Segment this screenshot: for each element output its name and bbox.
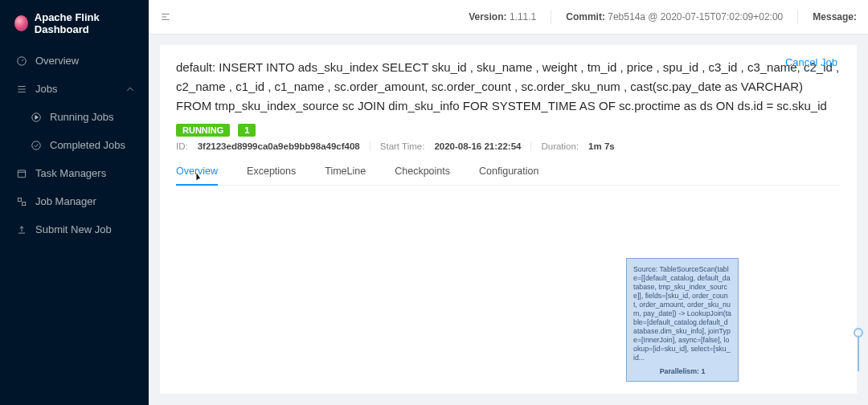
- duration-value: 1m 7s: [588, 141, 615, 151]
- sidebar-item-completed-jobs[interactable]: Completed Jobs: [0, 131, 149, 159]
- divider: [797, 10, 798, 24]
- message-label: Message:: [813, 11, 857, 22]
- svg-rect-4: [18, 198, 21, 201]
- zoom-ring-icon: [854, 328, 863, 338]
- svg-point-2: [32, 141, 41, 149]
- topbar: Version: 1.11.1 Commit: 7eb514a @ 2020-0…: [149, 0, 868, 34]
- play-circle-icon: [31, 112, 42, 123]
- tab-overview[interactable]: Overview: [176, 159, 218, 185]
- main: Version: 1.11.1 Commit: 7eb514a @ 2020-0…: [149, 0, 868, 405]
- brand: Apache Flink Dashboard: [0, 0, 149, 47]
- start-time-value: 2020-08-16 21:22:54: [434, 141, 521, 151]
- sidebar-item-label: Running Jobs: [50, 111, 114, 123]
- sidebar-item-label: Overview: [35, 55, 79, 67]
- sidebar-item-label: Jobs: [35, 83, 57, 95]
- upload-icon: [16, 224, 27, 235]
- zoom-stem: [858, 338, 859, 371]
- job-title: default: INSERT INTO ads_sku_index SELEC…: [176, 58, 841, 116]
- commit-label: Commit:: [566, 11, 605, 22]
- duration-label: Duration:: [541, 141, 579, 151]
- job-graph[interactable]: Source: TableSourceScan(table=[[default_…: [176, 186, 841, 394]
- svg-rect-5: [23, 202, 26, 205]
- tab-configuration[interactable]: Configuration: [479, 159, 538, 185]
- flink-logo-icon: [14, 15, 28, 31]
- dashboard-icon: [16, 55, 27, 67]
- version-value: 1.11.1: [510, 11, 536, 22]
- divider: [530, 141, 531, 151]
- graph-node-description: Source: TableSourceScan(table=[[default_…: [633, 265, 731, 362]
- topbar-meta: Version: 1.11.1 Commit: 7eb514a @ 2020-0…: [469, 10, 857, 24]
- build-icon: [16, 196, 27, 207]
- id-label: ID:: [176, 141, 188, 151]
- status-badge: RUNNING: [176, 124, 230, 137]
- check-circle-icon: [31, 140, 42, 151]
- start-time-label: Start Time:: [380, 141, 425, 151]
- sidebar-item-job-manager[interactable]: Job Manager: [0, 187, 149, 215]
- divider: [370, 141, 371, 151]
- sidebar-item-label: Completed Jobs: [50, 139, 125, 151]
- divider: [551, 10, 551, 24]
- tab-checkpoints[interactable]: Checkpoints: [395, 159, 450, 185]
- bars-icon: [16, 84, 27, 95]
- info-row: ID: 3f2123ed8999ca0a9eb9bb98a49cf408 Sta…: [176, 141, 841, 151]
- version-label: Version:: [469, 11, 506, 22]
- graph-node-parallelism: Parallelism: 1: [633, 367, 731, 376]
- chevron-up-icon: [125, 84, 136, 95]
- tab-exceptions[interactable]: Exceptions: [247, 159, 296, 185]
- job-card: default: INSERT INTO ads_sku_index SELEC…: [160, 45, 857, 394]
- sidebar-item-label: Task Managers: [35, 167, 106, 179]
- menu-fold-icon[interactable]: [160, 11, 171, 22]
- zoom-handle[interactable]: [854, 328, 863, 371]
- cancel-job-link[interactable]: Cancel Job: [785, 56, 837, 68]
- brand-title: Apache Flink Dashboard: [35, 11, 137, 35]
- svg-rect-3: [18, 170, 25, 177]
- sidebar-item-submit-new-job[interactable]: Submit New Job: [0, 215, 149, 243]
- sidebar-item-overview[interactable]: Overview: [0, 47, 149, 75]
- sidebar-item-label: Job Manager: [35, 195, 96, 207]
- schedule-icon: [16, 168, 27, 179]
- sidebar-item-jobs[interactable]: Jobs: [0, 75, 149, 103]
- sidebar-item-running-jobs[interactable]: Running Jobs: [0, 103, 149, 131]
- graph-node[interactable]: Source: TableSourceScan(table=[[default_…: [626, 258, 739, 382]
- tabs: Overview Exceptions TimeLine Checkpoints…: [176, 159, 841, 186]
- status-count-badge: 1: [238, 124, 256, 137]
- commit-value: 7eb514a @ 2020-07-15T07:02:09+02:00: [608, 11, 783, 22]
- sidebar-item-task-managers[interactable]: Task Managers: [0, 159, 149, 187]
- sidebar-menu: Overview Jobs Running Jobs Completed Job…: [0, 47, 149, 243]
- sidebar-item-label: Submit New Job: [35, 223, 112, 235]
- tab-timeline[interactable]: TimeLine: [325, 159, 366, 185]
- sidebar: Apache Flink Dashboard Overview Jobs Run…: [0, 0, 149, 405]
- id-value: 3f2123ed8999ca0a9eb9bb98a49cf408: [198, 141, 360, 151]
- status-row: RUNNING 1: [176, 124, 841, 137]
